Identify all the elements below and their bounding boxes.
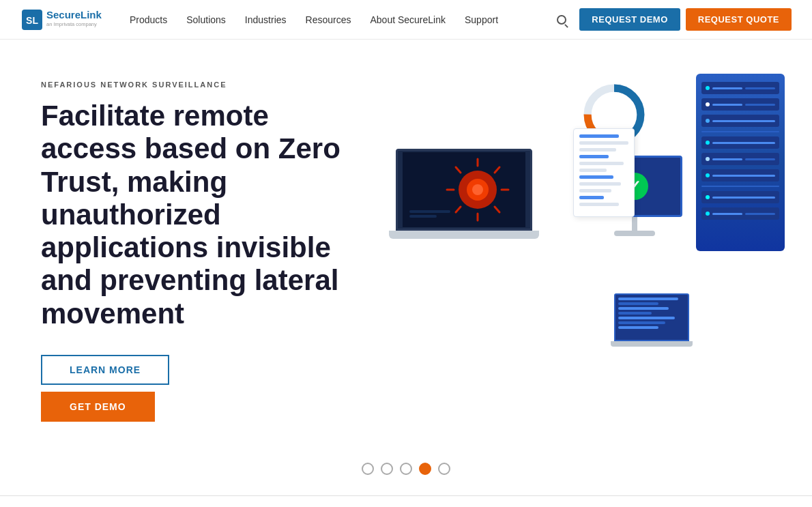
hero-content: NEFARIOUS NETWORK SURVEILLANCE Facilitat… xyxy=(41,81,368,422)
svg-rect-16 xyxy=(409,210,450,213)
nav-links: Products Solutions Industries Resources … xyxy=(130,14,552,25)
server-tower xyxy=(696,74,785,251)
carousel-dot-4[interactable] xyxy=(438,463,450,475)
nav-products[interactable]: Products xyxy=(130,14,167,25)
nav-solutions[interactable]: Solutions xyxy=(186,14,226,25)
carousel-dot-2[interactable] xyxy=(400,463,412,475)
svg-text:SecureLink: SecureLink xyxy=(46,9,102,20)
nav-resources[interactable]: Resources xyxy=(306,14,351,25)
small-laptop-illustration xyxy=(614,293,689,347)
carousel-dot-3[interactable] xyxy=(419,463,431,475)
learn-more-button[interactable]: LEARN MORE xyxy=(41,355,169,385)
request-quote-button[interactable]: REQUEST QUOTE xyxy=(686,8,792,31)
svg-point-7 xyxy=(472,184,483,195)
hero-illustration: ✓ xyxy=(334,60,812,401)
hero-eyebrow: NEFARIOUS NETWORK SURVEILLANCE xyxy=(41,81,368,89)
server-unit-6 xyxy=(701,169,779,182)
carousel-dot-1[interactable] xyxy=(381,463,393,475)
nav-cta-buttons: REQUEST DEMO REQUEST QUOTE xyxy=(579,8,792,31)
navbar: SL SecureLink an Imprivata company Produ… xyxy=(0,0,812,40)
hero-buttons: LEARN MORE GET DEMO xyxy=(41,355,368,422)
hero-section: NEFARIOUS NETWORK SURVEILLANCE Facilitat… xyxy=(0,40,812,449)
document-panel xyxy=(573,128,635,217)
server-unit-7 xyxy=(701,191,779,203)
server-unit-2 xyxy=(701,98,779,111)
svg-text:an Imprivata company: an Imprivata company xyxy=(46,21,97,27)
carousel-dots xyxy=(0,449,812,495)
request-demo-button[interactable]: REQUEST DEMO xyxy=(579,8,680,31)
nav-about[interactable]: About SecureLink xyxy=(370,14,446,25)
server-unit-8 xyxy=(701,207,779,220)
virus-laptop-illustration xyxy=(389,115,539,231)
carousel-dot-0[interactable] xyxy=(362,463,374,475)
server-unit-1 xyxy=(701,82,779,94)
get-demo-button[interactable]: GET DEMO xyxy=(41,392,155,422)
server-unit-4 xyxy=(701,136,779,149)
nav-industries[interactable]: Industries xyxy=(245,14,287,25)
hero-title: Facilitate remote access based on Zero T… xyxy=(41,100,368,330)
server-unit-3 xyxy=(701,115,779,127)
laptop-keyboard xyxy=(389,231,539,239)
logo[interactable]: SL SecureLink an Imprivata company xyxy=(20,7,109,33)
search-icon xyxy=(557,15,566,25)
laptop-screen-svg xyxy=(403,152,525,227)
server-unit-5 xyxy=(701,153,779,165)
cookie-banner: This website stores data such as cookies… xyxy=(0,495,812,507)
server-illustration: ✓ xyxy=(566,74,785,388)
nav-support[interactable]: Support xyxy=(465,14,498,25)
securelink-logo-svg: SL SecureLink an Imprivata company xyxy=(20,7,109,33)
search-button[interactable] xyxy=(552,10,571,29)
svg-rect-17 xyxy=(409,215,437,218)
svg-text:SL: SL xyxy=(26,15,38,26)
